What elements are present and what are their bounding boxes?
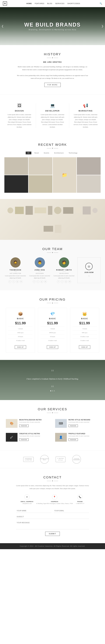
social-facebook-3[interactable]: f — [57, 280, 60, 283]
search-icon[interactable]: 🔍 — [100, 2, 102, 5]
email-input[interactable] — [54, 508, 89, 513]
testimonial-dot-3[interactable] — [54, 390, 55, 391]
badge-inner-3: ✂ RETROSTYLE — [56, 456, 66, 462]
social-twitter-2[interactable]: t — [36, 280, 40, 283]
featured-item-9 — [83, 206, 91, 214]
social-linkedin-3[interactable]: in — [68, 280, 71, 283]
work-item-2[interactable] — [28, 157, 52, 175]
recent-work-title: RECENT WORK — [3, 143, 102, 147]
message-textarea[interactable] — [16, 520, 89, 529]
work-item-1[interactable] — [4, 157, 28, 175]
filter-technology[interactable]: Technology — [67, 152, 79, 154]
pricing-signup-2[interactable]: SIGN UP — [47, 345, 58, 349]
work-grid: 📁 — [4, 157, 100, 193]
featured-item-4 — [34, 208, 46, 213]
history-more-button[interactable]: FOR MORE — [44, 83, 61, 87]
featured-item-10 — [92, 208, 98, 213]
team-bio-2: Lorem ipsum dolor sit amet consectetur a… — [29, 275, 51, 279]
team-name-2: JONE DOE — [29, 269, 51, 271]
testimonial-dot-1[interactable] — [50, 390, 51, 391]
footer: Copyright © 2014 - All Creative Industri… — [0, 543, 105, 549]
service-item-4: 👤 PROFILE FEATURED Lorem ipsum dolor sit… — [54, 432, 101, 443]
nav-home[interactable]: HOME — [26, 3, 32, 4]
logo[interactable]: R — [3, 2, 7, 6]
filter-events[interactable]: Events — [42, 152, 51, 154]
filter-all[interactable]: All — [26, 152, 31, 154]
service-image-4: 👤 — [55, 433, 67, 442]
social-twitter-3[interactable]: t — [61, 280, 64, 283]
social-google-3[interactable]: g — [64, 280, 68, 283]
nav-features[interactable]: FEATURES — [35, 3, 44, 4]
pricing-signup-1[interactable]: SIGN UP — [15, 345, 26, 349]
work-item-7[interactable] — [77, 175, 100, 193]
services-divider — [4, 412, 100, 413]
nav-links: HOME FEATURES BLOG SERVICES SHORTCODES — [26, 3, 80, 4]
contact-description: Lorem ipsum dolor sit amet, consectetur … — [16, 484, 89, 490]
service-item-3: 🖊 CREATIVE STYLE RETRO Lorem ipsum dolor… — [4, 432, 52, 443]
work-item-5[interactable] — [4, 175, 28, 193]
work-item-3-tall[interactable]: 📁 — [53, 157, 76, 193]
feature-developer-text: Lorem ipsum dolor sit amet, consectetur … — [40, 113, 64, 128]
service-item-2: ⌨ RETRO STYLE KEYBOARD Lorem ipsum dolor… — [54, 418, 101, 429]
team-role-1: ART DIRECTOR — [4, 273, 26, 274]
pricing-feature-1-4: 10 addon e-mail — [8, 338, 33, 342]
featured-item-2 — [15, 207, 24, 214]
feature-marketing-text: Lorem ipsum dolor sit amet, consectetur … — [74, 113, 98, 128]
recent-work-divider — [3, 148, 102, 149]
social-linkedin-1[interactable]: in — [20, 280, 22, 283]
recent-work-section: RECENT WORK All Novel Events Architectur… — [0, 137, 105, 199]
team-divider — [4, 252, 100, 253]
testimonial-dot-2[interactable] — [52, 390, 53, 391]
submit-button[interactable]: SUBMIT — [45, 532, 60, 536]
filter-architecture[interactable]: Architecture — [52, 152, 66, 154]
social-google-2[interactable]: g — [40, 280, 43, 283]
service-thumb-3: 🖊 — [6, 433, 18, 442]
service-button-3[interactable]: FASHION — [19, 438, 28, 441]
service-button-1[interactable]: FASHION — [19, 424, 28, 427]
team-title: OUR TEAM — [4, 247, 100, 251]
contact-phone-item: 📞 PHONE +1-800-870-177 — [76, 494, 84, 504]
work-item-4[interactable] — [77, 157, 100, 175]
join-circle-icon: ◎ — [85, 263, 92, 270]
join-plus-icon[interactable]: + — [88, 274, 90, 278]
filter-novel[interactable]: Novel — [33, 152, 41, 154]
service-button-4[interactable]: FASHION — [68, 438, 78, 441]
name-input[interactable] — [16, 508, 52, 513]
hero-prev-button[interactable]: ❮ — [2, 24, 4, 28]
service-button-2[interactable]: FASHION — [68, 424, 78, 427]
social-facebook-2[interactable]: f — [33, 280, 36, 283]
featured-item-12 — [55, 225, 62, 233]
social-google-1[interactable]: g — [16, 280, 19, 283]
hero-content: WE BUILD BRANDS Branding, Development & … — [24, 22, 81, 30]
featured-item-1 — [8, 208, 13, 213]
history-text1: Morbi vitalis mollis sod. Whether it is … — [16, 65, 89, 71]
service-info-1: BEAUTIFULDESIGN RETRO Lorem ipsum dolor … — [19, 419, 50, 428]
social-facebook-1[interactable]: f — [8, 280, 11, 283]
subject-input[interactable] — [16, 514, 89, 519]
work-item-6[interactable] — [28, 175, 52, 193]
nav-blog[interactable]: BLOG — [47, 3, 52, 4]
service-thumb-1: 🎨 — [6, 419, 18, 428]
social-twitter-1[interactable]: t — [12, 280, 15, 283]
join-now-card[interactable]: ◎ JOIN NOW + — [77, 257, 100, 283]
pricing-price-1: $11.99 — [8, 321, 33, 325]
pricing-signup-3[interactable]: SIGN UP — [79, 345, 90, 349]
navbar: R HOME FEATURES BLOG SERVICES SHORTCODES… — [0, 0, 105, 7]
email-icon: ✉ — [24, 494, 30, 500]
badge-inner-1: HANDMADE& CRAFTED — [23, 457, 34, 462]
nav-shortcodes[interactable]: SHORTCODES — [68, 3, 80, 4]
badge-3: ✂ RETROSTYLE — [54, 455, 67, 464]
nav-services[interactable]: SERVICES — [55, 3, 64, 4]
social-linkedin-2[interactable]: in — [44, 280, 47, 283]
join-title: JOIN NOW — [84, 272, 94, 273]
pricing-section: OUR PRICING 📦 BASIC $11.99 1 domain 10GB… — [0, 290, 105, 360]
pricing-feature-3-2: 1000 space — [72, 330, 97, 334]
pricing-features-1: 1 domain 10GB space 10 Emails 10 addon e… — [8, 327, 33, 342]
pricing-divider — [4, 302, 100, 304]
hero-next-button[interactable]: ❯ — [101, 24, 104, 28]
featured-item-11 — [44, 226, 53, 232]
pricing-icon-2: 💎 — [40, 312, 65, 316]
team-member-2: 👨 JONE DOE DESIGNER Lorem ipsum dolor si… — [29, 257, 51, 283]
address-value: 61 Building, Signal Hill, Kensington, Ga… — [36, 503, 73, 504]
avatar-jonedoe: 👨 — [35, 257, 45, 268]
